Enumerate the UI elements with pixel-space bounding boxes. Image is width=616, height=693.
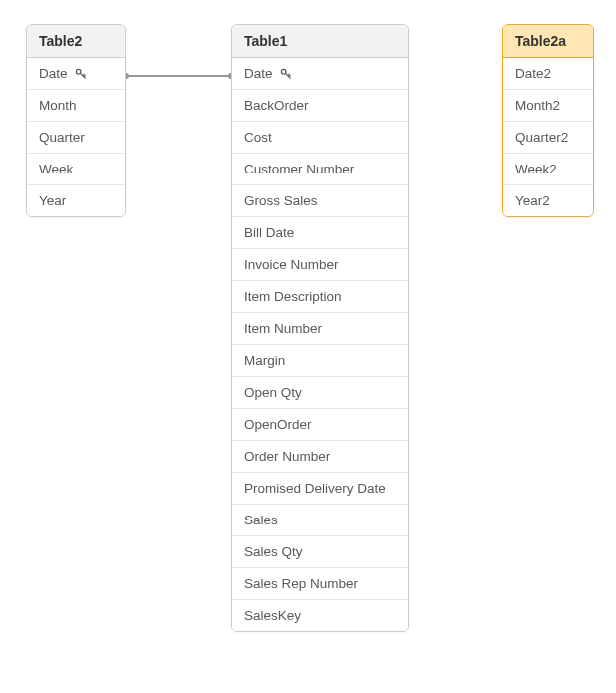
field-list-table2: Date Month Quarter Week Year [27,58,125,216]
field-sales-rep-number[interactable]: Sales Rep Number [232,568,408,600]
field-saleskey[interactable]: SalesKey [232,600,408,631]
field-date-key[interactable]: Date [27,58,125,90]
field-label: BackOrder [244,98,309,113]
field-label: Bill Date [244,225,294,240]
table-header-table1[interactable]: Table1 [232,25,408,58]
key-icon [74,67,88,81]
field-backorder[interactable]: BackOrder [232,90,408,122]
table-table2[interactable]: Table2 Date Month Quarter Week [26,24,126,217]
field-sales-qty[interactable]: Sales Qty [232,536,408,568]
field-bill-date[interactable]: Bill Date [232,217,408,249]
svg-point-0 [76,69,81,74]
table-table2a[interactable]: Table2a Date2 Month2 Quarter2 Week2 Year… [502,24,594,217]
field-label: Week [39,162,73,176]
field-cost[interactable]: Cost [232,122,408,154]
key-icon [279,67,293,81]
field-label: Gross Sales [244,193,318,208]
field-week[interactable]: Week [27,154,125,185]
field-promised-delivery-date[interactable]: Promised Delivery Date [232,473,408,505]
field-month2[interactable]: Month2 [503,90,593,122]
data-model-canvas[interactable]: Table2 Date Month Quarter Week [0,0,616,693]
table-title: Table2 [39,33,82,49]
field-label: Sales [244,513,278,527]
table-table1[interactable]: Table1 Date BackOrder Cost Customer Numb… [231,24,409,632]
field-order-number[interactable]: Order Number [232,441,408,473]
relation-line-t2-date-to-t1-date[interactable] [126,75,231,77]
field-label: Quarter [39,130,85,145]
field-label: Invoice Number [244,257,339,272]
field-year2[interactable]: Year2 [503,185,593,216]
field-label: Margin [244,353,285,368]
field-label: Customer Number [244,162,354,176]
field-label: Sales Qty [244,544,303,559]
field-label: Date [244,66,273,81]
field-label: Year2 [515,193,550,208]
svg-point-1 [281,69,286,74]
field-label: OpenOrder [244,417,312,432]
field-label: Month2 [515,98,560,113]
table-title: Table1 [244,33,287,49]
field-label: SalesKey [244,608,301,623]
field-label: Order Number [244,449,330,464]
field-open-qty[interactable]: Open Qty [232,377,408,409]
field-invoice-number[interactable]: Invoice Number [232,249,408,281]
field-quarter[interactable]: Quarter [27,122,125,154]
field-item-description[interactable]: Item Description [232,281,408,313]
field-quarter2[interactable]: Quarter2 [503,122,593,154]
field-label: Open Qty [244,385,302,400]
field-gross-sales[interactable]: Gross Sales [232,185,408,217]
field-customer-number[interactable]: Customer Number [232,154,408,185]
field-week2[interactable]: Week2 [503,154,593,185]
field-label: Month [39,98,77,113]
field-date2[interactable]: Date2 [503,58,593,90]
table-header-table2[interactable]: Table2 [27,25,125,58]
field-openorder[interactable]: OpenOrder [232,409,408,441]
field-date-key[interactable]: Date [232,58,408,90]
field-year[interactable]: Year [27,185,125,216]
field-label: Year [39,193,66,208]
field-label: Quarter2 [515,130,568,145]
field-month[interactable]: Month [27,90,125,122]
field-list-table1: Date BackOrder Cost Customer Number Gros… [232,58,408,631]
field-list-table2a: Date2 Month2 Quarter2 Week2 Year2 [503,58,593,216]
field-label: Cost [244,130,272,145]
field-label: Item Number [244,321,322,336]
field-label: Date [39,66,68,81]
table-header-table2a[interactable]: Table2a [503,25,593,58]
field-label: Date2 [515,66,551,81]
field-label: Item Description [244,289,342,304]
table-title: Table2a [515,33,566,49]
field-margin[interactable]: Margin [232,345,408,377]
field-label: Promised Delivery Date [244,481,386,496]
field-label: Sales Rep Number [244,576,358,591]
field-sales[interactable]: Sales [232,505,408,536]
field-item-number[interactable]: Item Number [232,313,408,345]
field-label: Week2 [515,162,557,176]
